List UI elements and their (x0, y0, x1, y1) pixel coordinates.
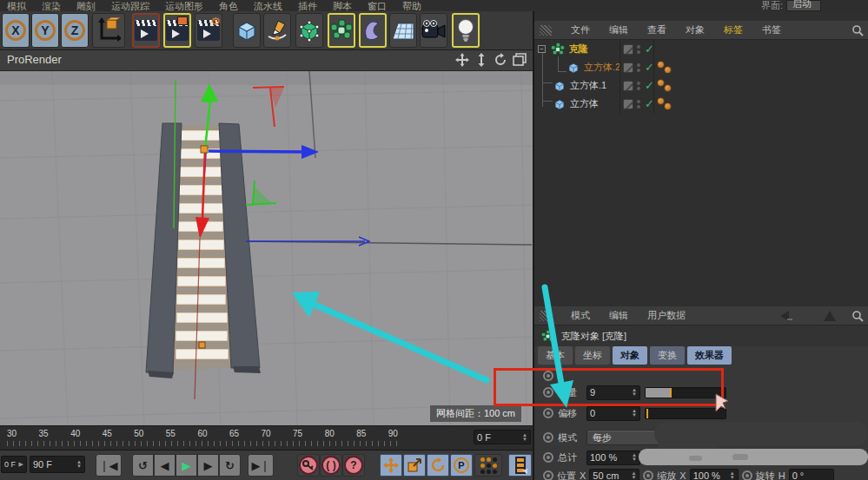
editor-render-dots[interactable] (637, 100, 640, 108)
editor-render-dots[interactable] (637, 45, 640, 54)
previous-key-button[interactable]: ◀ (154, 454, 176, 477)
spline-pen-button[interactable] (263, 13, 291, 48)
om-search-icon[interactable] (851, 24, 864, 36)
am-search-icon[interactable] (851, 310, 864, 322)
total-input[interactable]: 100 %▲▼ (586, 450, 640, 465)
om-menu-bookmarks[interactable]: 书签 (762, 23, 781, 36)
object-row-cube1[interactable]: 立方体.1 ✓ (534, 76, 868, 95)
keyframe-selection-button[interactable]: ? (342, 454, 365, 477)
offset-slider[interactable] (645, 408, 726, 419)
tag-icon[interactable] (664, 84, 672, 92)
mograph-cloner-button[interactable] (328, 13, 355, 48)
spinner-icon[interactable]: ▲▼ (632, 453, 637, 462)
visibility-toggle[interactable] (623, 62, 633, 73)
interface-dropdown[interactable]: 启动 (786, 0, 821, 11)
timeline-frame-field[interactable]: 0 F▲▼ (474, 430, 531, 444)
rotate-view-icon[interactable] (494, 53, 507, 67)
am-menu-edit[interactable]: 编辑 (609, 309, 628, 322)
object-row-cloner[interactable]: − 克隆 ✓ (534, 40, 868, 58)
viewport[interactable]: 网格间距：100 cm (0, 71, 533, 425)
render-view-button[interactable] (132, 13, 160, 48)
floor-button[interactable] (389, 13, 417, 48)
editor-render-dots[interactable] (637, 63, 640, 72)
count-slider[interactable] (645, 387, 726, 398)
current-frame-box[interactable]: 0 F▶ (1, 456, 27, 473)
play-button[interactable]: ▶ (176, 454, 197, 477)
tab-effectors[interactable]: 效果器 (687, 346, 732, 365)
om-menu-object[interactable]: 对象 (686, 23, 705, 36)
position-x-input[interactable]: 50 cm▲▼ (589, 469, 639, 480)
editor-render-dots[interactable] (637, 82, 640, 90)
lock-x-axis-button[interactable]: X (2, 13, 30, 48)
key-scale-toggle[interactable] (403, 454, 426, 477)
menu-motion-tracking[interactable]: 运动跟踪 (111, 0, 149, 11)
om-menu-edit[interactable]: 编辑 (609, 23, 628, 36)
menu-simulate[interactable]: 模拟 (7, 0, 26, 11)
menu-character[interactable]: 角色 (219, 0, 238, 11)
menu-plugins[interactable]: 插件 (298, 0, 317, 11)
spinner-icon[interactable]: ▲▼ (522, 433, 527, 442)
play-backwards-button[interactable]: ↺ (132, 454, 154, 477)
tag-icon[interactable] (664, 66, 672, 74)
key-parameter-toggle[interactable]: P (450, 454, 473, 477)
tab-basic[interactable]: 基本 (538, 346, 573, 365)
keyframe-dot[interactable] (543, 387, 553, 398)
menu-mograph[interactable]: 运动图形 (165, 0, 203, 11)
key-pla-toggle[interactable] (474, 454, 502, 477)
menu-window[interactable]: 窗口 (368, 0, 387, 11)
count-input[interactable]: 9▲▼ (586, 385, 640, 400)
menu-render[interactable]: 渲染 (42, 0, 61, 11)
goto-end-button[interactable]: ▶❘ (248, 454, 274, 477)
timeline-window-button[interactable] (508, 454, 532, 477)
panel-divider[interactable] (533, 11, 534, 480)
visibility-toggle[interactable] (623, 99, 633, 109)
object-row-cube[interactable]: 立方体 ✓ (534, 95, 868, 113)
lock-z-axis-button[interactable]: Z (61, 13, 89, 48)
om-menu-tags[interactable]: 标签 (724, 23, 743, 36)
spinner-icon[interactable]: ▲▼ (632, 409, 637, 418)
am-menu-mode[interactable]: 模式 (571, 309, 590, 322)
tab-coord[interactable]: 坐标 (575, 346, 610, 365)
next-key-button[interactable]: ▶ (197, 454, 219, 477)
pan-view-icon[interactable] (455, 53, 469, 67)
collapse-toggle-icon[interactable]: − (538, 45, 546, 53)
visibility-toggle[interactable] (623, 81, 633, 91)
spinner-icon[interactable]: ▲▼ (730, 471, 735, 480)
keyframe-dot[interactable] (742, 470, 752, 480)
tag-icon[interactable] (664, 102, 672, 110)
om-menu-file[interactable]: 文件 (571, 23, 590, 36)
keyframe-dot[interactable] (643, 470, 653, 480)
lock-y-axis-button[interactable]: Y (31, 13, 59, 48)
menu-help[interactable]: 帮助 (402, 0, 421, 11)
end-frame-input[interactable]: 90 F▲▼ (30, 456, 85, 473)
camera-button[interactable] (420, 13, 447, 48)
keyframe-dot[interactable] (543, 408, 553, 418)
keyframe-dot[interactable] (543, 452, 553, 463)
object-row-cube2[interactable]: 立方体.2 ✓ (534, 58, 868, 76)
offset-input[interactable]: 0▲▼ (586, 406, 640, 421)
zoom-view-icon[interactable] (474, 53, 488, 67)
add-cube-button[interactable] (233, 13, 261, 48)
render-picture-viewer-button[interactable] (163, 13, 191, 48)
timeline-ruler[interactable]: 30354045505560657075808590 0 F▲▼ (0, 425, 533, 450)
menu-pipeline[interactable]: 流水线 (254, 0, 282, 11)
spinner-icon[interactable]: ▲▼ (632, 388, 637, 397)
rotation-h-input[interactable]: 0 ° (789, 469, 834, 480)
panel-grip-icon[interactable] (540, 25, 552, 36)
tab-object[interactable]: 对象 (613, 346, 647, 365)
coordinate-system-icon[interactable] (92, 13, 125, 48)
menu-script[interactable]: 脚本 (333, 0, 352, 11)
keyframe-dot[interactable] (543, 470, 553, 480)
visibility-toggle[interactable] (623, 44, 633, 55)
keyframe-dot[interactable] (543, 371, 553, 381)
goto-start-button[interactable]: ❘◀ (96, 454, 122, 477)
tab-transform[interactable]: 变换 (650, 346, 685, 365)
record-keyframe-button[interactable] (297, 454, 320, 477)
deformer-button[interactable] (359, 13, 387, 48)
key-position-toggle[interactable] (380, 454, 402, 477)
key-rotation-toggle[interactable] (427, 454, 449, 477)
loop-button[interactable]: ↻ (219, 454, 241, 477)
autokey-button[interactable]: ( ) (320, 454, 342, 477)
render-settings-button[interactable]: ⚙ (195, 13, 222, 48)
panel-grip-icon[interactable] (540, 311, 552, 321)
